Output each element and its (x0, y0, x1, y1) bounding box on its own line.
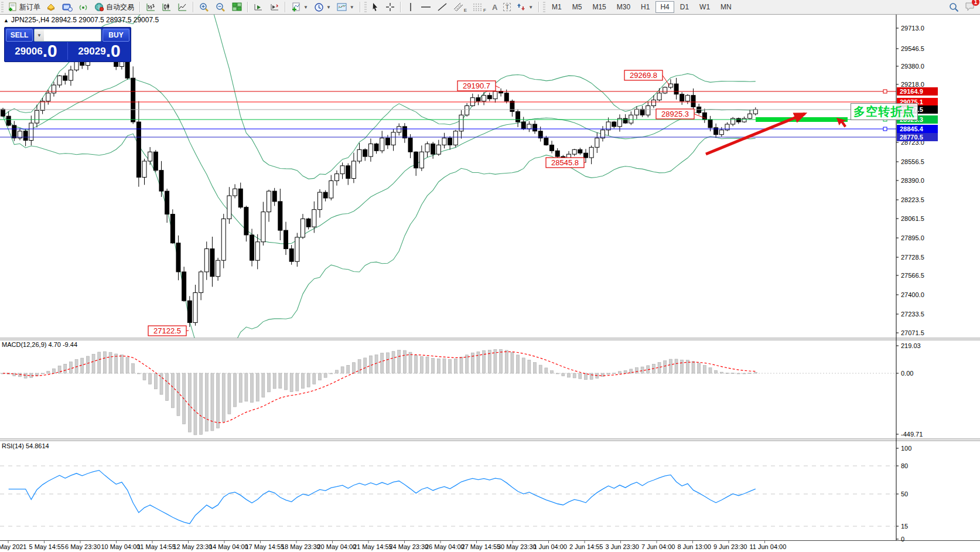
mt4-window: 29190.729269.828925.328545.827122.529713… (0, 0, 980, 552)
tile-windows-icon (232, 2, 242, 12)
sell-price-main: 29006 (15, 44, 42, 59)
timeframe-H1[interactable]: H1 (636, 1, 654, 13)
svg-text:28390.0: 28390.0 (901, 177, 924, 184)
svg-text:0.00: 0.00 (901, 370, 913, 377)
tile-windows-button[interactable] (229, 0, 245, 14)
buy-price-main: 29029 (78, 44, 105, 59)
svg-text:6 May 23:30: 6 May 23:30 (65, 543, 101, 550)
sell-price[interactable]: 29006.0 (5, 42, 68, 60)
channel-icon (453, 2, 464, 12)
sell-button[interactable]: SELL (6, 29, 33, 42)
svg-text:17 May 14:55: 17 May 14:55 (245, 543, 285, 550)
macd-pane (0, 349, 896, 435)
svg-text:4 May 2021: 4 May 2021 (0, 543, 26, 550)
fibonacci-tool-button[interactable]: F (470, 0, 489, 14)
timeframe-H4[interactable]: H4 (655, 1, 674, 13)
cursor-tool-button[interactable] (368, 0, 383, 14)
search-icon[interactable] (949, 2, 959, 12)
equidistant-channel-tool-button[interactable]: E (450, 0, 470, 14)
volume-input[interactable] (44, 29, 101, 41)
annotation-text-box[interactable]: 多空转折点 (851, 103, 918, 120)
volume-decrease-button[interactable]: ▼ (35, 29, 44, 41)
crosshair-tool-button[interactable] (383, 0, 398, 14)
toolbar-separator (538, 2, 539, 12)
arrows-tool-button[interactable]: ▼ (514, 0, 536, 14)
timeframe-MN[interactable]: MN (716, 1, 736, 13)
svg-text:3 Jun 23:30: 3 Jun 23:30 (606, 543, 640, 550)
channel-letter: E (464, 8, 467, 13)
svg-text:29164.9: 29164.9 (900, 88, 923, 95)
cursor-icon (371, 2, 380, 12)
green-zone-bar[interactable] (756, 117, 848, 122)
bar-chart-button[interactable] (143, 0, 159, 14)
timeframe-M1[interactable]: M1 (547, 1, 566, 13)
timeframe-M15[interactable]: M15 (588, 1, 610, 13)
trendline-icon (437, 2, 448, 12)
templates-button[interactable]: ▼ (334, 0, 357, 14)
svg-text:-449.71: -449.71 (901, 431, 923, 438)
signals-icon (78, 3, 88, 12)
trendline-tool-button[interactable] (434, 0, 450, 14)
new-order-label: 新订单 (19, 2, 40, 12)
terminal-button[interactable] (59, 0, 76, 14)
zoom-in-button[interactable] (196, 0, 213, 14)
horizontal-line-tool-button[interactable] (418, 0, 434, 14)
rsi-axis[interactable]: 1008050150 (896, 445, 911, 543)
arrows-dropdown-arrow: ▼ (528, 5, 533, 10)
pane-separators[interactable] (0, 14, 980, 541)
svg-text:21 May 14:55: 21 May 14:55 (353, 543, 392, 550)
crosshair-icon (385, 2, 395, 12)
notifications-button[interactable]: 1 (965, 2, 975, 13)
price-axis[interactable]: 29713.029546.529380.029218.028723.028556… (896, 25, 938, 336)
indicators-button[interactable]: ▼ (288, 0, 311, 14)
terminal-icon (62, 3, 73, 12)
fibonacci-letter: F (483, 8, 486, 13)
one-click-trading-panel: SELL ▼ ▲ BUY 29006.0 29029.0 (4, 27, 131, 62)
chart-shift-button[interactable] (267, 0, 282, 14)
text-tool-button[interactable]: A (489, 0, 500, 14)
svg-text:26 May 04:00: 26 May 04:00 (425, 543, 465, 550)
periods-button[interactable]: ▼ (311, 0, 334, 14)
timeframe-M30[interactable]: M30 (612, 1, 635, 13)
timeframe-M5[interactable]: M5 (568, 1, 587, 13)
auto-scroll-button[interactable] (251, 0, 267, 14)
signals-button[interactable] (76, 0, 91, 14)
svg-text:27233.5: 27233.5 (901, 311, 924, 318)
zoom-out-button[interactable] (213, 0, 229, 14)
new-order-button[interactable]: 新订单 (5, 0, 43, 14)
text-label-tool-button[interactable]: T (500, 0, 514, 14)
buy-button[interactable]: BUY (103, 29, 129, 42)
volume-stepper: ▼ ▲ (34, 29, 101, 42)
candlestick-chart-button[interactable] (159, 0, 175, 14)
timeframe-toolbar: M1M5M15M30H1H4D1W1MN (547, 1, 737, 13)
chart-canvas[interactable]: 29190.729269.828925.328545.827122.529713… (0, 0, 980, 552)
svg-text:27400.0: 27400.0 (901, 291, 924, 298)
rsi-indicator-label: RSI(14) 54.8614 (2, 442, 49, 449)
chart-shift-icon (269, 2, 279, 12)
svg-text:219.03: 219.03 (901, 342, 921, 349)
toolbar-separator (139, 2, 141, 12)
timeframe-W1[interactable]: W1 (695, 1, 715, 13)
svg-text:29380.0: 29380.0 (901, 63, 924, 70)
buy-price[interactable]: 29029.0 (68, 42, 131, 60)
svg-text:28545.8: 28545.8 (551, 158, 579, 167)
line-chart-button[interactable] (175, 0, 190, 14)
notification-badge: 1 (972, 0, 979, 6)
svg-text:10 May 04:00: 10 May 04:00 (101, 543, 141, 550)
macd-axis[interactable]: 219.030.00-449.71 (896, 342, 923, 438)
svg-text:29546.5: 29546.5 (901, 45, 924, 52)
timeframe-D1[interactable]: D1 (675, 1, 694, 13)
svg-text:29190.7: 29190.7 (463, 81, 490, 90)
svg-text:50: 50 (901, 490, 908, 498)
candlestick-chart-icon (162, 2, 172, 12)
vertical-line-tool-button[interactable] (404, 0, 418, 14)
toolbar-grip (543, 2, 545, 12)
svg-text:28925.3: 28925.3 (661, 110, 689, 118)
time-axis[interactable]: 4 May 20215 May 14:556 May 23:3010 May 0… (0, 541, 786, 550)
symbol-collapse-icon[interactable]: ▲ (4, 18, 9, 23)
svg-text:27122.5: 27122.5 (153, 326, 181, 335)
autotrading-button[interactable]: 自动交易 (91, 0, 137, 14)
market-watch-button[interactable] (43, 0, 59, 14)
svg-text:29713.0: 29713.0 (901, 25, 924, 32)
svg-text:27071.5: 27071.5 (901, 329, 924, 336)
